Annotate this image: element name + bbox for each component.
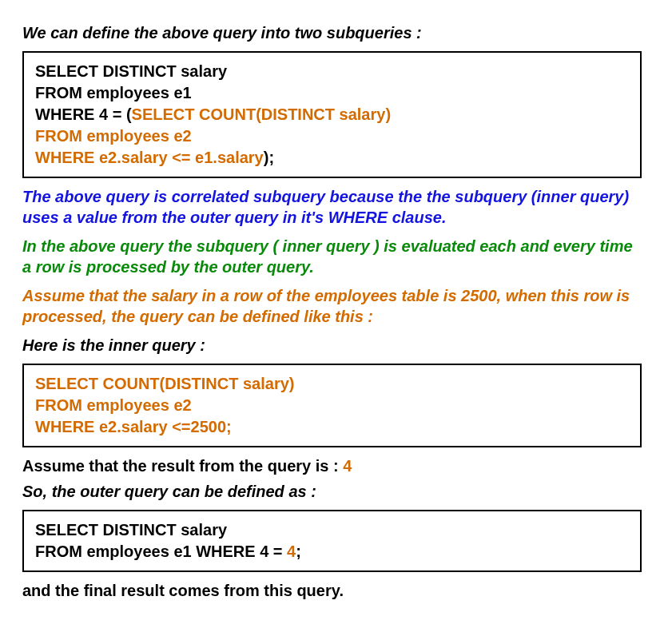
q1-line4: FROM employees e2 bbox=[35, 125, 629, 147]
here-inner-label: Here is the inner query : bbox=[22, 335, 642, 356]
intro-text: We can define the above query into two s… bbox=[22, 22, 642, 43]
q1-l3a: WHERE 4 = ( bbox=[35, 105, 132, 123]
q1-l3b: SELECT COUNT(DISTINCT salary) bbox=[132, 105, 391, 123]
q1-line2: FROM employees e1 bbox=[35, 82, 629, 104]
q3-l2b: 4 bbox=[287, 543, 296, 560]
note-correlated: The above query is correlated subquery b… bbox=[22, 186, 642, 228]
q3-l2c: ; bbox=[296, 543, 301, 560]
q1-line3: WHERE 4 = (SELECT COUNT(DISTINCT salary) bbox=[35, 104, 629, 125]
q1-l5b: ); bbox=[264, 149, 274, 166]
query-box-1: SELECT DISTINCT salary FROM employees e1… bbox=[22, 51, 642, 178]
q3-line1: SELECT DISTINCT salary bbox=[35, 519, 629, 541]
assume-result-text: Assume that the result from the query is… bbox=[22, 457, 343, 475]
query-box-3: SELECT DISTINCT salary FROM employees e1… bbox=[22, 510, 642, 572]
q1-line5: WHERE e2.salary <= e1.salary); bbox=[35, 147, 629, 169]
assume-result: Assume that the result from the query is… bbox=[22, 455, 642, 476]
q2-line3: WHERE e2.salary <=2500; bbox=[35, 416, 629, 438]
q1-line1: SELECT DISTINCT salary bbox=[35, 61, 629, 82]
q3-line2: FROM employees e1 WHERE 4 = 4; bbox=[35, 541, 629, 563]
outer-defined-label: So, the outer query can be defined as : bbox=[22, 481, 642, 502]
q2-line1: SELECT COUNT(DISTINCT salary) bbox=[35, 373, 629, 395]
q1-l5a: WHERE e2.salary <= e1.salary bbox=[35, 149, 264, 166]
query-box-2: SELECT COUNT(DISTINCT salary) FROM emplo… bbox=[22, 364, 642, 447]
note-evaluated: In the above query the subquery ( inner … bbox=[22, 236, 642, 277]
final-result-text: and the final result comes from this que… bbox=[22, 580, 642, 601]
q3-l2a: FROM employees e1 WHERE 4 = bbox=[35, 543, 287, 560]
q2-line2: FROM employees e2 bbox=[35, 395, 629, 416]
note-assume-salary: Assume that the salary in a row of the e… bbox=[22, 285, 642, 327]
assume-result-value: 4 bbox=[343, 457, 352, 475]
